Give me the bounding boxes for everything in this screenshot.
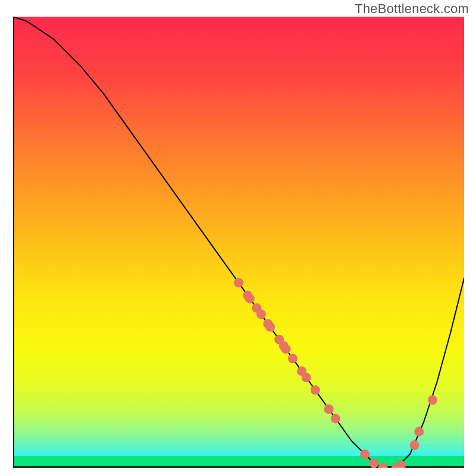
data-point <box>414 427 424 436</box>
data-point <box>360 449 369 459</box>
data-point <box>302 372 311 382</box>
chart-container: TheBottleneck.com <box>0 0 476 476</box>
data-point <box>428 395 437 405</box>
data-point <box>331 414 340 423</box>
plot-background <box>13 17 464 468</box>
data-point <box>311 386 320 395</box>
data-point <box>265 322 275 332</box>
data-point <box>324 405 334 414</box>
chart-svg <box>13 17 464 468</box>
data-point <box>410 440 419 450</box>
data-point <box>245 294 255 303</box>
data-point <box>234 278 243 287</box>
data-point <box>281 345 291 354</box>
data-point <box>369 458 378 468</box>
data-point <box>288 354 298 364</box>
watermark-text: TheBottleneck.com <box>355 1 469 17</box>
data-point <box>256 309 266 319</box>
